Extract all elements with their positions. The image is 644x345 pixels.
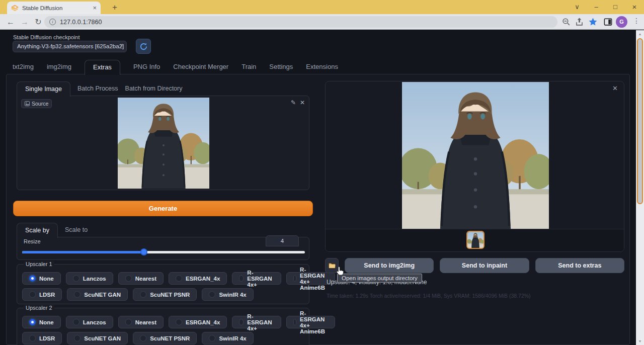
tab-extras[interactable]: Extras [85,60,120,75]
gallery-thumbnail-selected[interactable] [466,231,485,249]
send-to-inpaint-button[interactable]: Send to inpaint [440,258,529,273]
tab-checkpoint-merger[interactable]: Checkpoint Merger [173,60,228,74]
tab-txt2img[interactable]: txt2img [13,60,34,74]
edit-image-icon[interactable]: ✎ [291,99,296,106]
window-minimize-button[interactable]: – [587,0,606,14]
tab-scale-by[interactable]: Scale by [17,223,58,238]
radio-icon [29,335,36,341]
radio-icon [74,335,80,341]
upscaler2-option-none[interactable]: None [22,316,61,328]
resize-slider[interactable] [22,248,305,255]
tab-settings[interactable]: Settings [269,60,293,74]
browser-menu-icon[interactable]: ⋮ [633,17,640,25]
upscaler2-option-esrgan-4x[interactable]: ESRGAN_4x [169,316,227,328]
extras-tab-content: Single Image Batch Process Batch from Di… [6,74,630,345]
performance-info-text: Time taken: 1.29s Torch active/reserved:… [327,293,531,299]
output-image[interactable] [402,82,549,229]
resize-value-input[interactable]: 4 [266,235,299,246]
window-maximize-button[interactable]: □ [606,0,625,14]
folder-icon [328,262,336,270]
upscaler2-option-scunet-psnr[interactable]: ScuNET PSNR [133,332,197,344]
radio-icon [239,319,244,325]
tab-batch-from-directory[interactable]: Batch from Directory [125,81,183,96]
bookmark-star-icon[interactable] [588,17,598,27]
upscaler1-option-ldsr[interactable]: LDSR [22,288,62,301]
upscaler2-option-swinir-4x[interactable]: SwinIR 4x [202,332,253,344]
profile-avatar[interactable]: G [616,16,627,28]
upscaler1-option-scunet-psnr[interactable]: ScuNET PSNR [133,288,197,301]
url-text: 127.0.0.1:7860 [60,19,102,26]
upscaler2-option-r-esrgan-4x[interactable]: R-ESRGAN 4x+ [232,316,281,328]
source-image-dropzone[interactable]: Source ✎ ✕ [17,96,309,190]
source-image [118,98,209,189]
upscaler2-option-r-esrgan-4x-anime6b[interactable]: R-ESRGAN 4x+ Anime6B [286,316,336,328]
image-icon [25,101,30,106]
radio-icon [29,291,36,298]
upscaler1-option-swinir-4x[interactable]: SwinIR 4x [202,288,253,301]
scale-mode-tabs: Scale by Scale to [17,223,88,237]
upscaler1-option-r-esrgan-4x[interactable]: R-ESRGAN 4x+ [232,272,281,285]
output-gallery: ✕ [325,81,624,252]
chevron-down-icon: ∨ [120,42,123,48]
radio-icon [293,275,297,282]
gradio-favicon-icon [11,4,19,12]
checkpoint-dropdown[interactable]: Anything-V3-fp32.safetensors [625a2ba2] [13,41,127,52]
page-scrollbar[interactable]: ▲ ▼ [636,30,644,345]
upscaler1-option-nearest[interactable]: Nearest [118,272,164,285]
radio-icon [176,319,182,325]
upscaler2-option-nearest[interactable]: Nearest [118,316,164,328]
radio-icon [209,335,215,341]
chrome-menu-chevron-icon[interactable]: ∨ [568,0,587,14]
radio-icon [73,275,79,282]
scrollbar-thumb[interactable] [637,38,643,204]
radio-selected-icon [29,319,36,325]
tab-scale-to[interactable]: Scale to [65,223,88,237]
zoom-out-icon[interactable] [561,17,571,27]
send-to-img2img-button[interactable]: Send to img2img [345,258,434,273]
site-info-icon[interactable]: i [49,19,56,25]
tab-img2img[interactable]: img2img [47,60,71,74]
upscaler2-option-lanczos[interactable]: Lanczos [66,316,113,328]
upscaler1-option-esrgan-4x[interactable]: ESRGAN_4x [169,272,227,285]
upscaler2-option-scunet-gan[interactable]: ScuNET GAN [67,332,128,344]
generate-button[interactable]: Generate [13,201,313,216]
back-button[interactable]: ← [4,16,17,29]
upscaler1-label: Upscaler 1 [24,261,54,267]
tab-single-image[interactable]: Single Image [17,81,70,97]
radio-selected-icon [29,275,36,282]
new-tab-button[interactable]: + [109,2,121,14]
clear-image-icon[interactable]: ✕ [300,99,305,106]
upscaler1-option-scunet-gan[interactable]: ScuNET GAN [67,288,128,301]
browser-toolbar: ← → ↻ i 127.0.0.1:7860 G ⋮ [0,14,644,30]
upscaler1-option-lanczos[interactable]: Lanczos [66,272,113,285]
upscaler2-option-ldsr[interactable]: LDSR [22,332,62,344]
checkpoint-label: Stable Diffusion checkpoint [13,34,80,40]
radio-icon [140,291,146,298]
source-mode-tabs: Single Image Batch Process Batch from Di… [17,81,182,96]
address-bar[interactable]: i 127.0.0.1:7860 [44,16,557,28]
tab-train[interactable]: Train [242,60,256,74]
refresh-checkpoint-button[interactable] [136,39,151,54]
browser-window: Stable Diffusion × + ∨ – □ × ← → ↻ i 127… [0,0,644,345]
browser-tab[interactable]: Stable Diffusion × [7,2,101,14]
folder-button-tooltip: Open images output directory [337,274,422,283]
radio-icon [74,291,80,298]
resize-label: Resize [24,238,41,244]
tab-batch-process[interactable]: Batch Process [77,81,118,96]
radio-icon [239,275,244,282]
reload-button[interactable]: ↻ [32,16,45,29]
scroll-down-icon[interactable]: ▼ [636,337,644,345]
upscaler1-option-none[interactable]: None [22,272,61,285]
send-to-extras-button[interactable]: Send to extras [535,258,624,273]
share-icon[interactable] [575,17,584,27]
side-panel-icon[interactable] [603,17,613,27]
tab-extensions[interactable]: Extensions [306,60,338,74]
main-tab-bar: txt2img img2img Extras PNG Info Checkpoi… [13,60,338,74]
tab-close-icon[interactable]: × [93,4,97,12]
scroll-up-icon[interactable]: ▲ [636,30,644,38]
gallery-close-icon[interactable]: ✕ [612,84,618,92]
slider-thumb[interactable] [140,248,147,255]
tab-png-info[interactable]: PNG Info [133,60,160,74]
window-close-button[interactable]: × [625,0,644,14]
forward-button[interactable]: → [18,16,31,29]
